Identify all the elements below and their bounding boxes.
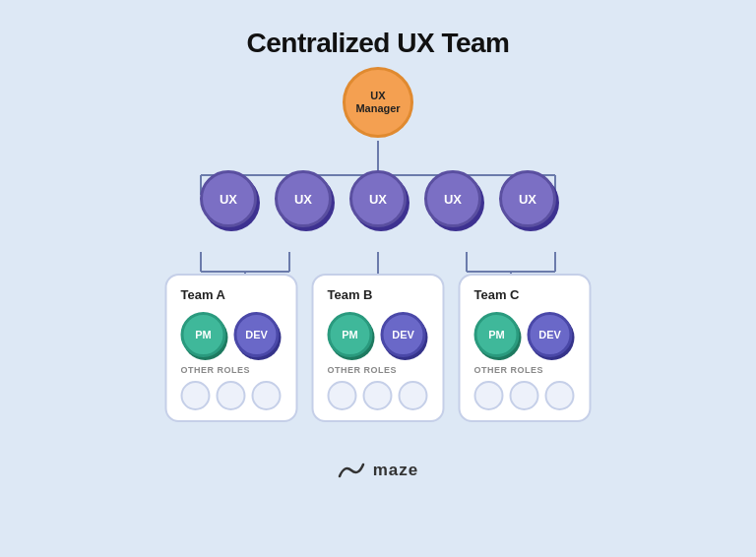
maze-logo: maze (338, 461, 419, 480)
team-b-circle-3 (399, 381, 428, 410)
team-a-pm: PM (181, 312, 226, 357)
team-c-label: Team C (474, 287, 520, 302)
ux-node-wrapper-2: UX (275, 170, 332, 227)
page-title: Centralized UX Team (247, 28, 510, 59)
maze-icon (338, 461, 365, 480)
ux-node-wrapper-5: UX (499, 170, 556, 227)
team-b-dev: DEV (381, 312, 426, 357)
team-c-circle-1 (474, 381, 504, 410)
team-b-pm: PM (328, 312, 373, 357)
team-a-circle-2 (217, 381, 246, 410)
team-a-other-circles (181, 381, 282, 410)
team-c-box: Team C PM DEV OTHER ROLES (459, 274, 592, 422)
ux-node-wrapper-4: UX (424, 170, 481, 227)
ux-node-wrapper-3: UX (349, 170, 407, 227)
ux-node-4: UX (424, 170, 481, 227)
team-a-roles: PM DEV (181, 312, 280, 357)
team-a-box: Team A PM DEV OTHER ROLES (165, 274, 298, 422)
team-b-other-circles (328, 381, 428, 410)
team-c-other-label: OTHER ROLES (474, 365, 544, 375)
ux-node-2: UX (275, 170, 332, 227)
team-a-other-label: OTHER ROLES (181, 365, 251, 375)
ux-node-3: UX (349, 170, 407, 227)
team-c-roles: PM DEV (474, 312, 573, 357)
team-a-dev: DEV (234, 312, 280, 357)
team-b-roles: PM DEV (328, 312, 426, 357)
team-b-label: Team B (328, 287, 373, 302)
team-b-circle-2 (363, 381, 393, 410)
team-b-circle-1 (328, 381, 357, 410)
ux-node-5: UX (499, 170, 556, 227)
ux-node-1: UX (200, 170, 257, 227)
maze-text: maze (373, 461, 419, 480)
team-c-dev: DEV (528, 312, 573, 357)
team-a-circle-1 (181, 381, 211, 410)
teams-row: Team A PM DEV OTHER ROLES Team B PM (165, 274, 592, 422)
ux-nodes-row: UX UX UX UX UX (200, 170, 556, 227)
team-b-box: Team B PM DEV OTHER ROLES (312, 274, 445, 422)
ux-manager-node: UX Manager (343, 67, 413, 138)
ux-manager-wrapper: UX Manager (343, 67, 413, 138)
diagram: UX Manager UX UX UX UX UX (83, 67, 673, 451)
ux-node-wrapper-1: UX (200, 170, 257, 227)
team-c-pm: PM (474, 312, 520, 357)
team-c-circle-2 (510, 381, 539, 410)
team-c-other-circles (474, 381, 575, 410)
team-c-circle-3 (545, 381, 575, 410)
team-b-other-label: OTHER ROLES (328, 365, 398, 375)
team-a-circle-3 (252, 381, 282, 410)
team-a-label: Team A (181, 287, 226, 302)
